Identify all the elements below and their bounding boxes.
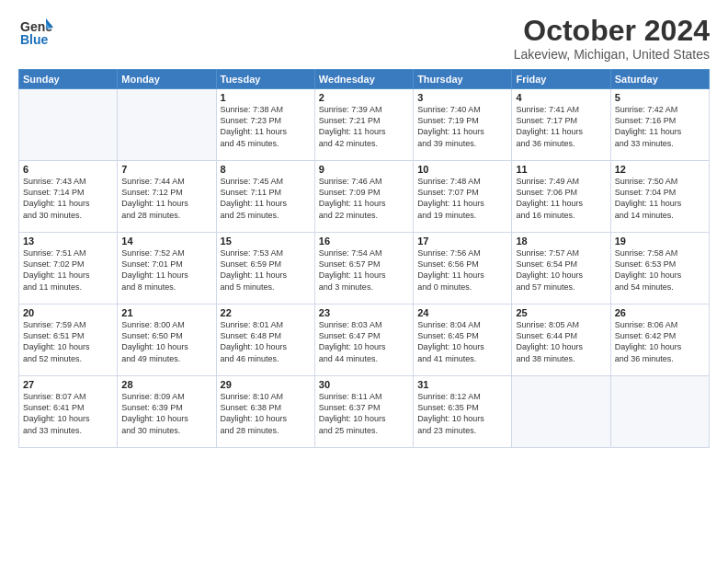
day-number: 13	[23, 236, 113, 247]
table-row: 10Sunrise: 7:48 AM Sunset: 7:07 PM Dayli…	[414, 161, 512, 233]
day-number: 15	[221, 236, 311, 247]
col-sunday: Sunday	[19, 70, 118, 89]
svg-text:Blue: Blue	[20, 32, 49, 47]
day-number: 28	[121, 379, 211, 390]
day-number: 11	[516, 164, 606, 175]
day-detail: Sunrise: 8:03 AM Sunset: 6:47 PM Dayligh…	[319, 319, 409, 364]
day-number: 16	[319, 236, 409, 247]
table-row	[19, 89, 118, 161]
table-row: 13Sunrise: 7:51 AM Sunset: 7:02 PM Dayli…	[19, 233, 118, 304]
day-detail: Sunrise: 7:44 AM Sunset: 7:12 PM Dayligh…	[121, 176, 211, 221]
day-number: 26	[615, 307, 705, 318]
day-detail: Sunrise: 8:00 AM Sunset: 6:50 PM Dayligh…	[121, 319, 211, 364]
calendar-week-row: 6Sunrise: 7:43 AM Sunset: 7:14 PM Daylig…	[19, 161, 710, 233]
header: General Blue October 2024 Lakeview, Mich…	[18, 15, 710, 62]
col-friday: Friday	[512, 70, 610, 89]
logo-icon: General Blue	[18, 15, 53, 50]
day-detail: Sunrise: 7:59 AM Sunset: 6:51 PM Dayligh…	[23, 319, 113, 364]
day-number: 12	[615, 164, 705, 175]
day-detail: Sunrise: 7:51 AM Sunset: 7:02 PM Dayligh…	[23, 247, 113, 293]
logo: General Blue	[18, 15, 53, 50]
table-row: 27Sunrise: 8:07 AM Sunset: 6:41 PM Dayli…	[19, 376, 118, 448]
day-detail: Sunrise: 8:11 AM Sunset: 6:37 PM Dayligh…	[319, 391, 409, 436]
day-number: 31	[417, 379, 507, 390]
day-detail: Sunrise: 8:01 AM Sunset: 6:48 PM Dayligh…	[221, 319, 311, 364]
col-thursday: Thursday	[414, 70, 512, 89]
table-row: 28Sunrise: 8:09 AM Sunset: 6:39 PM Dayli…	[118, 376, 216, 448]
table-row: 31Sunrise: 8:12 AM Sunset: 6:35 PM Dayli…	[414, 376, 512, 448]
table-row: 12Sunrise: 7:50 AM Sunset: 7:04 PM Dayli…	[610, 161, 709, 233]
table-row	[512, 376, 610, 448]
col-tuesday: Tuesday	[216, 70, 314, 89]
table-row: 29Sunrise: 8:10 AM Sunset: 6:38 PM Dayli…	[216, 376, 314, 448]
day-number: 20	[23, 307, 113, 318]
calendar-week-row: 1Sunrise: 7:38 AM Sunset: 7:23 PM Daylig…	[19, 89, 710, 161]
day-number: 17	[417, 236, 507, 247]
day-detail: Sunrise: 7:40 AM Sunset: 7:19 PM Dayligh…	[417, 104, 507, 149]
table-row	[610, 376, 709, 448]
col-wednesday: Wednesday	[314, 70, 413, 89]
day-detail: Sunrise: 7:57 AM Sunset: 6:54 PM Dayligh…	[516, 247, 606, 293]
day-number: 10	[417, 164, 507, 175]
table-row: 20Sunrise: 7:59 AM Sunset: 6:51 PM Dayli…	[19, 304, 118, 376]
table-row: 24Sunrise: 8:04 AM Sunset: 6:45 PM Dayli…	[414, 304, 512, 376]
table-row: 14Sunrise: 7:52 AM Sunset: 7:01 PM Dayli…	[118, 233, 216, 304]
table-row: 19Sunrise: 7:58 AM Sunset: 6:53 PM Dayli…	[610, 233, 709, 304]
table-row: 11Sunrise: 7:49 AM Sunset: 7:06 PM Dayli…	[512, 161, 610, 233]
calendar-week-row: 20Sunrise: 7:59 AM Sunset: 6:51 PM Dayli…	[19, 304, 710, 376]
table-row: 6Sunrise: 7:43 AM Sunset: 7:14 PM Daylig…	[19, 161, 118, 233]
day-number: 25	[516, 307, 606, 318]
day-detail: Sunrise: 8:06 AM Sunset: 6:42 PM Dayligh…	[615, 319, 705, 364]
table-row: 25Sunrise: 8:05 AM Sunset: 6:44 PM Dayli…	[512, 304, 610, 376]
table-row: 15Sunrise: 7:53 AM Sunset: 6:59 PM Dayli…	[216, 233, 314, 304]
day-detail: Sunrise: 8:04 AM Sunset: 6:45 PM Dayligh…	[417, 319, 507, 364]
calendar-week-row: 13Sunrise: 7:51 AM Sunset: 7:02 PM Dayli…	[19, 233, 710, 304]
day-detail: Sunrise: 8:09 AM Sunset: 6:39 PM Dayligh…	[121, 391, 211, 436]
day-detail: Sunrise: 8:05 AM Sunset: 6:44 PM Dayligh…	[516, 319, 606, 364]
title-block: October 2024 Lakeview, Michigan, United …	[514, 15, 710, 62]
table-row: 5Sunrise: 7:42 AM Sunset: 7:16 PM Daylig…	[610, 89, 709, 161]
calendar-week-row: 27Sunrise: 8:07 AM Sunset: 6:41 PM Dayli…	[19, 376, 710, 448]
day-detail: Sunrise: 7:50 AM Sunset: 7:04 PM Dayligh…	[615, 176, 705, 221]
day-number: 8	[221, 164, 311, 175]
day-number: 2	[319, 92, 409, 103]
table-row: 2Sunrise: 7:39 AM Sunset: 7:21 PM Daylig…	[314, 89, 413, 161]
table-row: 9Sunrise: 7:46 AM Sunset: 7:09 PM Daylig…	[314, 161, 413, 233]
day-detail: Sunrise: 7:46 AM Sunset: 7:09 PM Dayligh…	[319, 176, 409, 221]
day-number: 4	[516, 92, 606, 103]
day-number: 30	[319, 379, 409, 390]
day-number: 7	[121, 164, 211, 175]
day-detail: Sunrise: 7:39 AM Sunset: 7:21 PM Dayligh…	[319, 104, 409, 149]
day-number: 1	[221, 92, 311, 103]
day-number: 14	[121, 236, 211, 247]
col-monday: Monday	[118, 70, 216, 89]
day-number: 3	[417, 92, 507, 103]
day-number: 6	[23, 164, 113, 175]
table-row: 17Sunrise: 7:56 AM Sunset: 6:56 PM Dayli…	[414, 233, 512, 304]
page: General Blue October 2024 Lakeview, Mich…	[0, 0, 728, 563]
day-detail: Sunrise: 7:54 AM Sunset: 6:57 PM Dayligh…	[319, 247, 409, 293]
table-row: 23Sunrise: 8:03 AM Sunset: 6:47 PM Dayli…	[314, 304, 413, 376]
day-detail: Sunrise: 8:07 AM Sunset: 6:41 PM Dayligh…	[23, 391, 113, 436]
table-row: 8Sunrise: 7:45 AM Sunset: 7:11 PM Daylig…	[216, 161, 314, 233]
col-saturday: Saturday	[610, 70, 709, 89]
header-row: Sunday Monday Tuesday Wednesday Thursday…	[19, 70, 710, 89]
day-detail: Sunrise: 7:48 AM Sunset: 7:07 PM Dayligh…	[417, 176, 507, 221]
day-number: 29	[221, 379, 311, 390]
day-detail: Sunrise: 7:45 AM Sunset: 7:11 PM Dayligh…	[221, 176, 311, 221]
table-row: 21Sunrise: 8:00 AM Sunset: 6:50 PM Dayli…	[118, 304, 216, 376]
day-number: 22	[221, 307, 311, 318]
day-detail: Sunrise: 7:43 AM Sunset: 7:14 PM Dayligh…	[23, 176, 113, 221]
day-number: 23	[319, 307, 409, 318]
day-number: 27	[23, 379, 113, 390]
day-detail: Sunrise: 8:10 AM Sunset: 6:38 PM Dayligh…	[221, 391, 311, 436]
day-detail: Sunrise: 7:49 AM Sunset: 7:06 PM Dayligh…	[516, 176, 606, 221]
day-detail: Sunrise: 7:56 AM Sunset: 6:56 PM Dayligh…	[417, 247, 507, 293]
day-number: 18	[516, 236, 606, 247]
day-number: 21	[121, 307, 211, 318]
table-row: 16Sunrise: 7:54 AM Sunset: 6:57 PM Dayli…	[314, 233, 413, 304]
table-row: 18Sunrise: 7:57 AM Sunset: 6:54 PM Dayli…	[512, 233, 610, 304]
day-detail: Sunrise: 8:12 AM Sunset: 6:35 PM Dayligh…	[417, 391, 507, 436]
table-row: 26Sunrise: 8:06 AM Sunset: 6:42 PM Dayli…	[610, 304, 709, 376]
table-row	[118, 89, 216, 161]
